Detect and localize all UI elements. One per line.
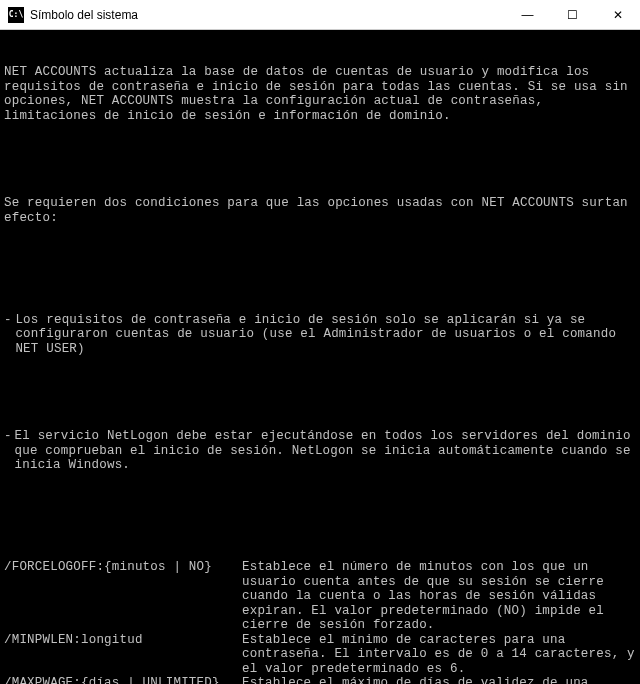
blank-line: [4, 502, 636, 517]
intro-paragraph-2: Se requieren dos condiciones para que la…: [4, 196, 636, 225]
options-table: /FORCELOGOFF:{minutos | NO}Establece el …: [4, 560, 636, 684]
bullet-text: Los requisitos de contraseña e inicio de…: [15, 313, 636, 357]
blank-line: [4, 385, 636, 400]
option-description: Establece el mínimo de caracteres para u…: [242, 633, 636, 677]
window-controls: — ☐ ✕: [505, 0, 640, 29]
option-row: /MINPWLEN:longitudEstablece el mínimo de…: [4, 633, 636, 677]
minimize-button[interactable]: —: [505, 0, 550, 29]
maximize-button[interactable]: ☐: [550, 0, 595, 29]
option-name: /MINPWLEN:longitud: [4, 633, 242, 648]
window-title: Símbolo del sistema: [30, 8, 505, 22]
intro-paragraph-1: NET ACCOUNTS actualiza la base de datos …: [4, 65, 636, 123]
terminal-output[interactable]: NET ACCOUNTS actualiza la base de datos …: [0, 30, 640, 684]
option-name: /MAXPWAGE:{días | UNLIMITED}: [4, 676, 242, 684]
blank-line: [4, 152, 636, 167]
cmd-icon: C:\: [8, 7, 24, 23]
titlebar: C:\ Símbolo del sistema — ☐ ✕: [0, 0, 640, 30]
bullet-marker: -: [4, 313, 15, 328]
option-row: /FORCELOGOFF:{minutos | NO}Establece el …: [4, 560, 636, 633]
blank-line: [4, 254, 636, 269]
option-name: /FORCELOGOFF:{minutos | NO}: [4, 560, 242, 575]
option-description: Establece el máximo de días de validez d…: [242, 676, 636, 684]
bullet-1: - Los requisitos de contraseña e inicio …: [4, 313, 636, 357]
close-button[interactable]: ✕: [595, 0, 640, 29]
bullet-marker: -: [4, 429, 15, 444]
bullet-text: El servicio NetLogon debe estar ejecután…: [15, 429, 636, 473]
bullet-2: - El servicio NetLogon debe estar ejecut…: [4, 429, 636, 473]
option-description: Establece el número de minutos con los q…: [242, 560, 636, 633]
option-row: /MAXPWAGE:{días | UNLIMITED}Establece el…: [4, 676, 636, 684]
